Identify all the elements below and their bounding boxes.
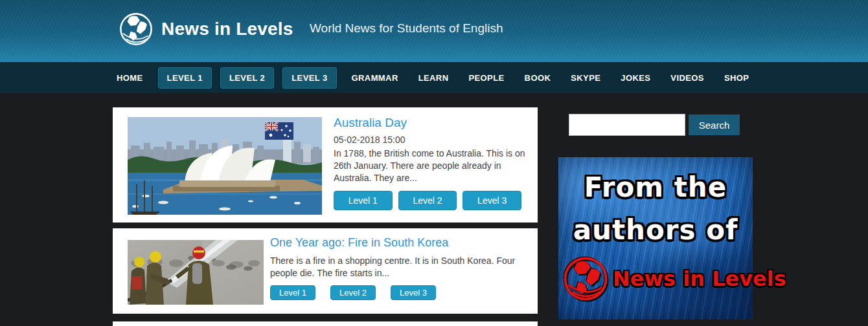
article-title[interactable]: One Year ago: Fire in South Korea [270,236,527,250]
level-2-button[interactable]: Level 2 [330,285,376,300]
nav-item-grammar[interactable]: GRAMMAR [352,73,398,83]
article-title[interactable]: Australia Day [334,116,527,130]
nav-item-videos[interactable]: VIDEOS [670,73,704,83]
banner-text-line2: authors of [558,214,753,246]
level-1-button[interactable]: Level 1 [334,191,393,210]
site-tagline: World News for Students of English [310,21,503,36]
article-card: Australia Day 05-02-2018 15:00 In 1788, … [113,107,538,223]
authors-promo-banner[interactable]: From the authors of News in Levels [558,157,753,320]
article-date: 05-02-2018 15:00 [334,135,527,145]
article-thumbnail-sydney-opera-house[interactable] [128,117,322,215]
banner-brand-text: News in Levels [613,266,786,291]
search-button[interactable]: Search [689,114,740,135]
level-2-button[interactable]: Level 2 [398,191,457,210]
nav-item-learn[interactable]: LEARN [418,73,449,83]
level-3-button[interactable]: Level 3 [463,191,521,210]
search-bar: Search [569,114,740,136]
nav-item-shop[interactable]: SHOP [724,73,749,83]
level-3-button[interactable]: Level 3 [391,285,436,300]
banner-brand-row: News in Levels [562,255,786,302]
level-buttons: Level 1 Level 2 Level 3 [270,285,527,300]
nav-item-home[interactable]: HOME [117,73,143,83]
nav-item-book[interactable]: BOOK [525,73,551,83]
site-logo[interactable]: News in Levels [119,12,293,47]
globe-icon [119,12,154,47]
globe-icon-red [562,255,609,302]
article-card: One Year ago: Fire in South Korea There … [113,228,538,314]
nav-item-level-3[interactable]: LEVEL 3 [282,67,336,89]
article-excerpt: In 1788, the British come to Australia. … [334,147,527,184]
article-excerpt: There is a fire in a shopping centre. It… [270,255,527,279]
article-thumbnail-firefighters[interactable] [128,240,264,305]
nav-item-level-2[interactable]: LEVEL 2 [220,67,274,89]
site-title: News in Levels [161,19,293,39]
search-input[interactable] [569,114,685,136]
nav-item-level-1[interactable]: LEVEL 1 [158,67,212,89]
site-header: News in Levels World News for Students o… [0,0,868,62]
main-nav: HOME LEVEL 1 LEVEL 2 LEVEL 3 GRAMMAR LEA… [0,62,868,93]
level-buttons: Level 1 Level 2 Level 3 [334,191,527,210]
level-1-button[interactable]: Level 1 [270,285,315,300]
nav-item-jokes[interactable]: JOKES [621,73,650,83]
article-card-partial [113,321,538,326]
banner-text-line1: From the [558,171,753,203]
nav-item-skype[interactable]: SKYPE [571,73,600,83]
nav-item-people[interactable]: PEOPLE [468,73,504,83]
